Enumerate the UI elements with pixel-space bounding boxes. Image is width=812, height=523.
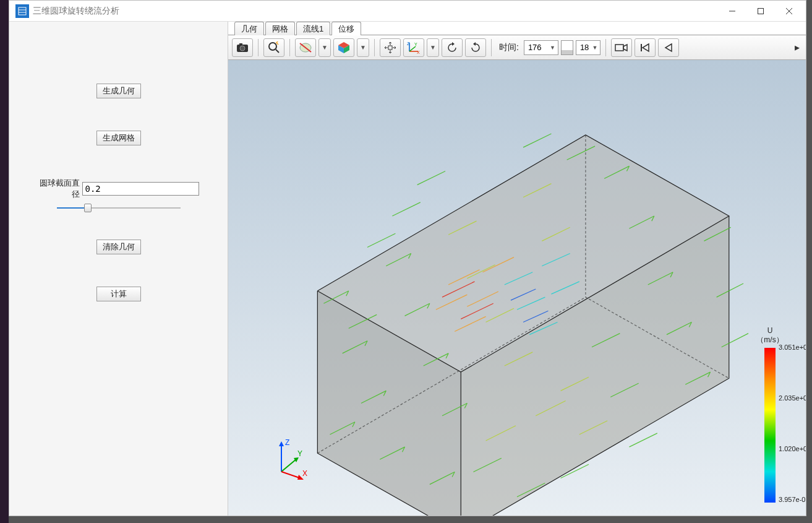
view-area: 几何 网格 流线1 位移 ▼ [228,22,806,516]
slice-button[interactable] [295,38,316,57]
titlebar: 三维圆球旋转绕流分析 [9,1,806,22]
prev-frame-button[interactable] [658,38,679,57]
colormap-button[interactable] [333,38,354,57]
minimize-button[interactable] [718,2,746,20]
svg-line-86 [367,233,395,247]
svg-marker-102 [294,457,299,462]
legend-mid1: 2.035e+00 [779,394,806,402]
control-panel: 生成几何 生成网格 圆球截面直径 清除几何 计算 [9,22,228,516]
diameter-field-row: 圆球截面直径 [38,178,199,200]
svg-text:Y: Y [297,449,302,458]
svg-text:Z: Z [285,438,289,447]
time-select[interactable]: 176 [524,40,558,55]
slider-thumb[interactable] [84,204,92,212]
svg-point-10 [269,43,276,50]
svg-marker-99 [279,441,284,446]
time-label: 时间: [499,42,519,53]
color-legend: U （m/s） 3.051e+00 2.035e+00 1.020e+00 3.… [745,326,795,505]
tab-mesh[interactable]: 网格 [265,22,295,35]
colormap-dropdown[interactable]: ▼ [357,38,369,57]
legend-max: 3.051e+00 [779,344,806,351]
svg-text:X: X [302,469,307,478]
zoom-button[interactable] [263,38,284,57]
svg-line-95 [392,202,420,216]
window-title: 三维圆球旋转绕流分析 [33,6,119,17]
3d-viewport[interactable]: Z Y X U （m/s） 3.051e+00 2.03 [228,60,806,516]
partial-parent-window [0,0,9,523]
svg-rect-24 [615,45,623,51]
svg-rect-9 [239,43,242,45]
slice-dropdown[interactable]: ▼ [318,38,331,57]
main-window: 三维圆球旋转绕流分析 生成几何 生成网格 圆球截面直径 清除几何 计算 [9,0,806,516]
svg-line-90 [629,433,657,447]
legend-min: 3.957e-03 [779,496,806,503]
svg-line-97 [523,134,551,147]
diameter-input[interactable] [82,182,199,196]
record-button[interactable] [611,38,632,57]
axis-triad: Z Y X [269,438,312,481]
calculate-button[interactable]: 计算 [96,287,141,301]
legend-mid2: 1.020e+00 [779,445,806,452]
first-frame-button[interactable] [635,38,656,57]
axis-orient-dropdown[interactable]: ▼ [427,38,439,57]
legend-colorbar [764,348,776,503]
rotate-ccw-button[interactable] [442,38,463,57]
screenshot-button[interactable] [232,38,253,57]
tab-streamline[interactable]: 流线1 [296,22,330,35]
generate-geometry-button[interactable]: 生成几何 [96,84,141,98]
view-tabs: 几何 网格 流线1 位移 [228,22,806,35]
view-toolbar: ▼ ▼ ZXY ▼ [228,35,806,60]
svg-rect-17 [388,46,392,50]
svg-rect-0 [19,7,26,15]
svg-text:X: X [417,50,420,54]
pan-button[interactable] [380,38,401,57]
diameter-slider[interactable] [57,202,181,214]
axis-orient-button[interactable]: ZXY [403,38,424,57]
tab-geometry[interactable]: 几何 [234,22,264,35]
diameter-label: 圆球截面直径 [38,178,80,200]
svg-text:Y: Y [414,42,417,46]
clear-geometry-button[interactable]: 清除几何 [96,240,141,254]
app-icon [15,4,29,18]
svg-point-8 [240,46,245,51]
legend-title: U [745,326,795,335]
time-progress[interactable] [561,40,573,55]
tab-displacement[interactable]: 位移 [331,22,361,35]
svg-text:Z: Z [407,41,410,46]
svg-line-96 [417,171,445,184]
svg-line-22 [409,46,416,51]
toolbar-overflow-icon[interactable]: ▸ [792,38,802,57]
svg-rect-4 [758,8,764,14]
maximize-button[interactable] [746,2,775,20]
svg-line-101 [281,459,296,472]
frame-select[interactable]: 18 [576,40,600,55]
rotate-cw-button[interactable] [465,38,486,57]
close-button[interactable] [775,2,803,20]
generate-mesh-button[interactable]: 生成网格 [96,131,141,145]
svg-line-11 [276,50,279,53]
